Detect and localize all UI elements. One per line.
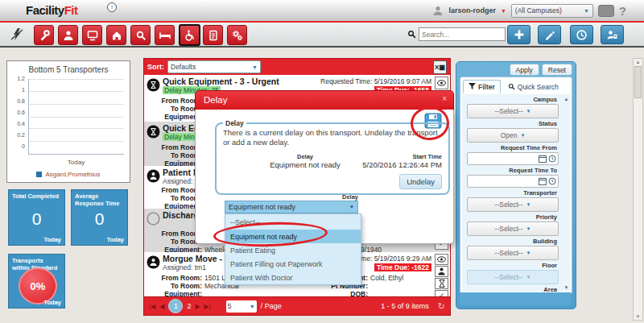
sort-select[interactable]: Defaults ▼ [167,60,261,73]
page-1-button[interactable]: 1 [168,299,183,313]
chevron-down-icon: ▼ [526,109,531,114]
chevron-down-icon: ▼ [526,251,531,255]
legend-label: Asgard,Promethius [45,171,100,178]
view-details-icon[interactable] [435,77,448,89]
lightning-slash-icon[interactable] [10,27,24,42]
modal-header[interactable]: Delay × [195,90,454,111]
close-icon[interactable]: × [442,94,447,103]
option-patient-paperwork[interactable]: Patient Filling out Paperwork [225,257,361,271]
chevron-down-icon: ▼ [250,304,255,309]
status-filter-select[interactable]: Open▼ [467,128,559,143]
option-patient-with-doctor[interactable]: Patient With Doctor [225,271,361,284]
modal-title: Delay [204,95,227,105]
field-label: Building [462,236,570,246]
y-tick: 0.2 [7,132,25,138]
app-header: FacilityFit i larson-rodger ▼ (All Campu… [0,0,644,23]
legend-swatch [36,172,42,177]
app-logo: FacilityFit [26,3,78,17]
kpi-period: Today [106,236,124,243]
filter-scrollbar[interactable]: ▲ ▼ [563,97,570,290]
kpi-title: Average Response Time [75,193,125,207]
last-page-icon[interactable]: ▶| [204,303,211,310]
time-due-badge: Time Due: -1622 [374,263,431,271]
prev-page-icon[interactable]: ◀ [159,303,164,310]
scroll-up-icon[interactable]: ▲ [634,59,642,65]
field-label: Request Time To [462,165,570,175]
apply-button[interactable]: Apply [510,64,539,76]
new-delay-select[interactable]: Equipment not ready ▼ [225,201,358,213]
help-button[interactable]: ? [619,4,626,18]
assign-icon[interactable] [435,266,448,277]
field-label: Floor [462,260,570,270]
request-time-to-input[interactable] [467,175,559,188]
refresh-icon[interactable]: ↻ [438,301,445,312]
priority-filter-select[interactable]: --Select--▼ [467,222,559,236]
scroll-down-icon[interactable]: ▼ [634,313,642,320]
monitor-button[interactable] [82,25,102,45]
assigned-to: Assigned: tm1 [163,263,206,271]
logo-facility: Facility [26,3,64,17]
feedback-bubble-icon[interactable] [598,5,614,17]
page-2-button[interactable]: 2 [187,302,191,310]
user-menu[interactable]: larson-rodger [448,6,496,14]
tab-quick-search[interactable]: Quick Search [502,80,564,93]
sidebar-footer [460,292,571,305]
transport-button-active[interactable] [179,24,200,46]
scroll-up-icon[interactable]: ▲ [563,97,570,101]
campus-selector[interactable]: (All Campuses) ▼ [511,4,593,18]
reset-button[interactable]: Reset [542,64,572,76]
from-room-line: From Room:1501 Lab [155,274,233,282]
chart-title: Bottom 5 Transporters [7,65,130,74]
y-tick: 0.6 [7,110,25,115]
transporter-filter-select[interactable]: --Select--▼ [467,197,559,212]
scrollbar-thumb[interactable] [634,66,642,98]
settings-button[interactable] [227,25,247,45]
campus-filter-select[interactable]: --Select--▼ [467,104,559,118]
undelay-button[interactable]: Undelay [399,174,442,189]
history-button[interactable] [570,25,593,44]
request-time-from-input[interactable] [467,152,559,165]
scroll-down-icon[interactable]: ▼ [563,285,570,290]
home-button[interactable] [106,25,126,45]
calendar-icon[interactable] [539,177,547,185]
next-page-icon[interactable]: ▶ [195,303,200,310]
items-count: 1 - 5 of 9 items [381,302,429,310]
field-label: Priority [462,212,570,222]
edit-button[interactable] [538,25,561,44]
page-scrollbar[interactable]: ▲ ▼ [633,58,643,321]
kpi-avg-response: Average Response Time 0 Today [71,189,128,246]
tools-button[interactable] [34,25,54,45]
calendar-icon[interactable] [539,155,547,163]
chevron-down-icon: ▼ [349,205,354,209]
delay-hourglass-icon[interactable] [435,278,448,289]
bed-button[interactable] [155,25,175,45]
pagination-bar: |◀ ◀ 1 2 ▶ ▶| 5 ▼ / Page 1 - 5 of 9 item… [144,296,450,315]
building-filter-select[interactable]: --Select--▼ [467,246,559,260]
user-menu-caret-icon[interactable]: ▼ [501,8,506,14]
chart-plot-area [28,79,124,155]
page-size-select[interactable]: 5 ▼ [226,300,257,313]
filter-form: Campus --Select--▼ Status Open▼ Request … [462,94,570,292]
modal-body: Delay There is a current delay on this t… [195,110,454,244]
add-button[interactable] [507,25,530,44]
excel-export-button[interactable]: X▦ [433,60,447,74]
staff-button[interactable] [58,25,78,45]
view-details-icon[interactable] [435,254,448,265]
clock-icon[interactable] [548,155,556,163]
clock-icon[interactable] [548,177,556,185]
first-page-icon[interactable]: |◀ [149,303,155,310]
kpi-title: Total Completed [12,193,62,200]
sort-bar: Sort: Defaults ▼ X▦ [144,59,450,75]
campus-selector-value: (All Campuses) [515,6,562,14]
unassigned-status-icon [147,212,160,226]
assign-staff-button[interactable] [601,25,624,44]
tab-filter[interactable]: Filter [463,80,501,93]
kpi-total-completed: Total Completed 0 Today [8,189,65,246]
reports-button[interactable] [203,25,223,45]
info-icon[interactable]: i [107,2,117,12]
x-axis-label: Today [28,159,124,166]
chevron-down-icon: ▼ [520,133,525,138]
search-input[interactable] [419,27,506,41]
search-module-button[interactable] [130,25,151,45]
icon-toolbar [0,23,644,48]
